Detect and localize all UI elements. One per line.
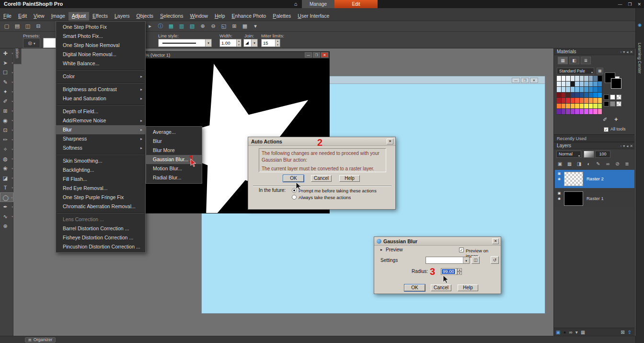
grid-icon[interactable]: ▦	[581, 329, 585, 336]
adjust-item-blur[interactable]: Blur▸	[56, 125, 145, 134]
color-swatch[interactable]	[575, 104, 580, 109]
menu-file[interactable]: File	[0, 12, 15, 21]
color-swatch[interactable]	[557, 109, 562, 115]
color-swatch[interactable]	[562, 104, 566, 109]
chevron-down-icon[interactable]: ▾	[205, 39, 211, 47]
link-icon[interactable]: ∞	[569, 329, 573, 336]
new-layer-icon[interactable]: ▣	[555, 160, 564, 168]
tab-edit[interactable]: Edit	[334, 0, 378, 8]
blur-item-blur[interactable]: Blur	[146, 137, 202, 146]
color-swatch[interactable]	[580, 104, 585, 109]
info-icon[interactable]: ⓘ	[156, 22, 165, 31]
tab-manage[interactable]: Manage	[302, 0, 334, 8]
color-swatch[interactable]	[598, 98, 603, 104]
menu-layers[interactable]: Layers	[111, 12, 133, 21]
color-swatch[interactable]	[593, 93, 598, 98]
new-mask-layer-icon[interactable]: ◨	[575, 160, 584, 168]
save-file-icon[interactable]: ◫	[23, 22, 33, 31]
recently-used-bar[interactable]: Recently Used	[554, 134, 634, 142]
color-swatch[interactable]	[557, 104, 562, 109]
chevron-down-icon[interactable]: ▾	[463, 257, 469, 263]
color-swatch[interactable]	[593, 87, 598, 93]
adjust-item-color[interactable]: Color▸	[56, 72, 145, 81]
color-swatch[interactable]	[589, 109, 594, 115]
blur-item-radial-blur[interactable]: Radial Blur...	[146, 173, 202, 182]
menu-image[interactable]: Image	[48, 12, 69, 21]
menu-help[interactable]: Help	[211, 12, 229, 21]
adjust-item-barrel-distortion-correction[interactable]: Barrel Distortion Correction ...	[56, 224, 145, 233]
materials-palette-icon[interactable]: ▦	[166, 22, 176, 31]
menu-window[interactable]: Window	[187, 12, 211, 21]
color-swatch[interactable]	[571, 109, 575, 115]
color-swatch[interactable]	[584, 87, 589, 93]
adjust-item-pincushion-distortion-correction[interactable]: Pincushion Distortion Correction ...	[56, 242, 145, 251]
color-swatch[interactable]	[575, 82, 580, 87]
expand-icon[interactable]: ▸	[145, 22, 155, 31]
layer-row-raster-2[interactable]: ▣◉Raster 2	[555, 170, 634, 188]
color-swatch[interactable]	[566, 93, 571, 98]
adjust-item-digital-noise-removal[interactable]: Digital Noise Removal...	[56, 50, 145, 59]
foreground-background-colors[interactable]	[604, 72, 633, 94]
warp-tool[interactable]: ∿▾	[0, 212, 13, 221]
color-swatch[interactable]	[598, 109, 603, 115]
color-swatch[interactable]	[580, 82, 585, 87]
adjust-item-chromatic-aberration-removal[interactable]: Chromatic Aberration Removal...	[56, 202, 145, 211]
lock-transparency-icon[interactable]: ⊘	[613, 160, 622, 168]
edit-selection-icon[interactable]: ✎	[594, 160, 603, 168]
adjust-item-skin-smoothing[interactable]: Skin Smoothing...	[56, 156, 145, 166]
learning-center-strip[interactable]: ◉ Learning Center	[635, 8, 644, 343]
texture-toggle[interactable]	[604, 101, 609, 106]
brush-dot-icon[interactable]: ●	[563, 329, 566, 336]
cancel-button[interactable]: Cancel	[311, 175, 332, 182]
color-swatch[interactable]	[562, 76, 566, 82]
collapse-icon[interactable]: ◂	[626, 144, 628, 148]
gaussian-blur-dialog[interactable]: Gaussian Blur ✕ ▸ Preview ✓ Preview on i…	[374, 237, 501, 294]
close-icon[interactable]: ✕	[321, 52, 328, 58]
color-swatch[interactable]	[584, 76, 589, 82]
palette-dropdown[interactable]: Standard Pale▾	[557, 68, 594, 74]
dropdown-icon[interactable]: ▾	[575, 329, 578, 336]
panel-header[interactable]: Layers ▫▾◂✕	[554, 142, 634, 149]
color-swatch[interactable]	[566, 87, 571, 93]
cancel-button[interactable]: Cancel	[431, 284, 451, 291]
scroll-up-icon[interactable]: ⇧	[628, 329, 632, 336]
color-swatch[interactable]	[571, 93, 575, 98]
learning-center-icon[interactable]: ◉	[638, 23, 642, 27]
home-icon[interactable]: ⌂	[291, 0, 300, 8]
airbrush-tool[interactable]: ✧▾	[0, 144, 13, 154]
reset-preset-icon[interactable]: ↺	[491, 256, 499, 264]
picture-tube-tool[interactable]: ❀▾	[0, 164, 13, 173]
width-stepper[interactable]: 1.00 ▴▾	[219, 39, 242, 47]
zoom-in-icon[interactable]: ⊕	[198, 22, 207, 31]
spinner-arrows[interactable]: ▴▾	[236, 39, 241, 47]
spinner-arrows[interactable]: ▴▾	[275, 39, 280, 47]
menu-palettes[interactable]: Palettes	[269, 12, 294, 21]
restore-icon[interactable]: ❐	[313, 52, 320, 58]
adjust-item-depth-of-field[interactable]: Depth of Field...	[56, 107, 145, 116]
freehand-selection-tool[interactable]: ✎▾	[0, 77, 13, 87]
toolbar-options-icon[interactable]: ▾	[251, 22, 260, 31]
panel-close-icon[interactable]: ✕	[630, 50, 633, 54]
zoom-out-icon[interactable]: ⊖	[208, 22, 218, 31]
swatches-icon[interactable]: ▥	[177, 22, 186, 31]
color-swatch[interactable]	[557, 76, 562, 82]
minimize-icon[interactable]: —	[618, 2, 622, 7]
color-swatch[interactable]	[593, 109, 598, 115]
color-swatch[interactable]	[562, 109, 566, 115]
color-swatch[interactable]	[593, 76, 598, 82]
radius-input[interactable]: 99.00	[441, 268, 457, 275]
color-swatch[interactable]	[571, 82, 575, 87]
layers-toggle-icon[interactable]: ▦	[240, 22, 250, 31]
delete-layer-icon[interactable]: ⊠	[621, 329, 624, 336]
color-swatch[interactable]	[575, 109, 580, 115]
menu-effects[interactable]: Effects	[89, 12, 111, 21]
color-swatch[interactable]	[562, 82, 566, 87]
color-swatch[interactable]	[593, 82, 598, 87]
color-swatch[interactable]	[566, 109, 571, 115]
menu-edit[interactable]: Edit	[15, 12, 30, 21]
color-swatch[interactable]	[575, 76, 580, 82]
palette-options-icon[interactable]: ▦	[597, 68, 603, 74]
color-style-toggle[interactable]	[604, 95, 609, 100]
maximize-icon[interactable]: ❐	[628, 2, 632, 7]
adjust-item-backlighting[interactable]: Backlighting...	[56, 166, 145, 175]
